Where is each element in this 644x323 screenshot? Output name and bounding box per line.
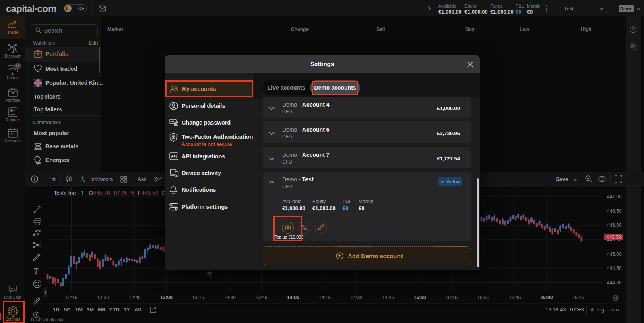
svg-text:API: API [171, 154, 177, 158]
